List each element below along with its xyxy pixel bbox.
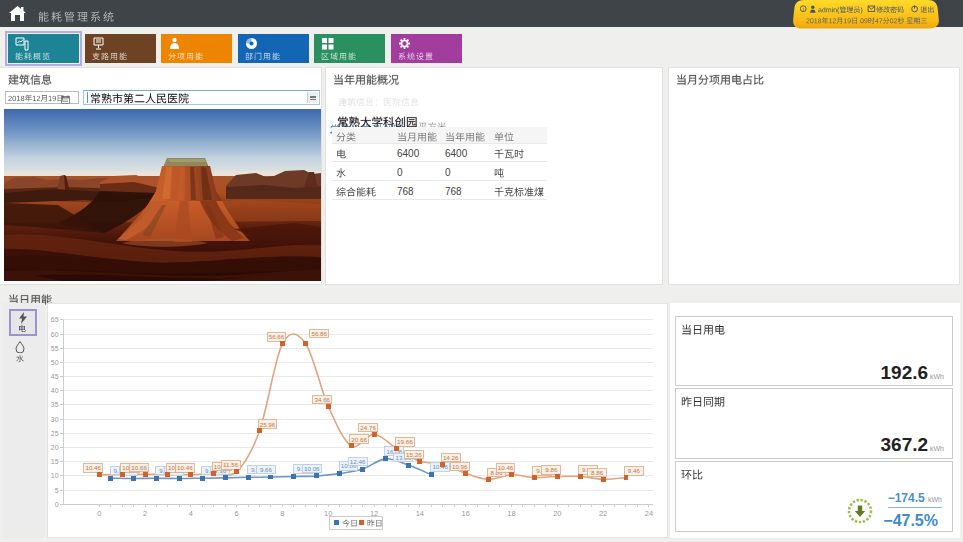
svg-text:20: 20 xyxy=(51,444,59,451)
svg-text:10: 10 xyxy=(51,472,59,479)
svg-text:10.46: 10.46 xyxy=(498,464,514,471)
svg-text:19.66: 19.66 xyxy=(397,438,413,445)
svg-text:0: 0 xyxy=(55,501,59,508)
svg-text:10.46: 10.46 xyxy=(85,464,101,471)
svg-text:8.86: 8.86 xyxy=(591,469,604,476)
svg-text:35: 35 xyxy=(51,401,59,408)
svg-text:45: 45 xyxy=(51,373,59,380)
svg-text:15: 15 xyxy=(51,458,59,465)
svg-text:0: 0 xyxy=(97,509,101,518)
svg-text:6: 6 xyxy=(235,509,239,518)
svg-text:14.26: 14.26 xyxy=(443,454,459,461)
svg-text:9.46: 9.46 xyxy=(628,467,641,474)
svg-text:9.66: 9.66 xyxy=(260,466,273,473)
svg-text:24.76: 24.76 xyxy=(360,424,376,431)
svg-text:9.86: 9.86 xyxy=(545,466,558,473)
svg-text:18: 18 xyxy=(507,509,515,518)
svg-text:30: 30 xyxy=(51,416,59,423)
svg-text:24: 24 xyxy=(645,509,653,518)
svg-text:2: 2 xyxy=(143,509,147,518)
svg-text:56.86: 56.86 xyxy=(311,330,327,337)
svg-text:22: 22 xyxy=(599,509,607,518)
svg-text:10.06: 10.06 xyxy=(304,465,320,472)
svg-text:16: 16 xyxy=(462,509,470,518)
svg-text:12.46: 12.46 xyxy=(350,458,366,465)
svg-text:8: 8 xyxy=(280,509,284,518)
svg-text:10.66: 10.66 xyxy=(131,464,147,471)
svg-text:40: 40 xyxy=(51,387,59,394)
svg-text:15.26: 15.26 xyxy=(406,451,422,458)
svg-text:25.96: 25.96 xyxy=(260,421,276,428)
svg-text:20: 20 xyxy=(553,509,561,518)
svg-text:20.66: 20.66 xyxy=(351,436,367,443)
svg-text:25: 25 xyxy=(51,430,59,437)
svg-text:56.66: 56.66 xyxy=(269,333,285,340)
svg-text:14: 14 xyxy=(416,509,424,518)
svg-text:34.66: 34.66 xyxy=(314,396,330,403)
svg-text:55: 55 xyxy=(51,345,59,352)
svg-text:65: 65 xyxy=(51,316,59,323)
svg-text:10.46: 10.46 xyxy=(177,464,193,471)
svg-text:5: 5 xyxy=(55,487,59,494)
svg-text:11.56: 11.56 xyxy=(223,461,239,468)
svg-text:4: 4 xyxy=(189,509,193,518)
svg-text:i: i xyxy=(802,5,803,11)
svg-text:10.96: 10.96 xyxy=(452,463,468,470)
svg-text:50: 50 xyxy=(51,359,59,366)
svg-text:60: 60 xyxy=(51,331,59,338)
